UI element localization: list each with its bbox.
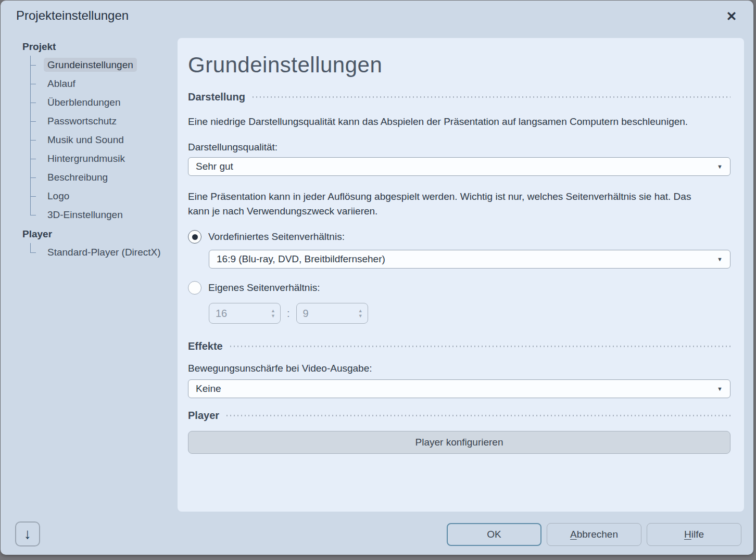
section-effekte-label: Effekte [188,340,223,352]
sidebar-item-logo[interactable]: Logo [30,187,178,206]
sidebar-group-player: Player [22,225,178,243]
sidebar-item-musik-und-sound[interactable]: Musik und Sound [30,131,178,149]
predefined-aspect-radio[interactable] [188,230,201,244]
section-darstellung: Darstellung [188,91,730,103]
quality-dropdown-value: Sehr gut [196,161,233,172]
help-button[interactable]: Hilfe [647,523,741,546]
page-title: Grundeinstellungen [188,53,730,78]
aspect-height-stepper[interactable]: 9 ▲ ▼ [296,303,368,324]
section-player: Player [188,410,730,422]
settings-nav-sidebar: Projekt Grundeinstellungen Ablauf Überbl… [1,38,178,508]
section-divider [226,415,730,416]
section-darstellung-label: Darstellung [188,91,245,103]
sidebar-item-grundeinstellungen[interactable]: Grundeinstellungen [30,56,178,74]
motion-blur-dropdown[interactable]: Keine ▼ [188,379,730,398]
dialog-action-buttons: OK Abbrechen Hilfe [447,523,741,546]
down-arrow-icon: ↓ [24,526,31,542]
aspect-intro-text: Eine Präsentation kann in jeder Auflösun… [188,189,714,219]
section-divider [230,346,730,347]
section-player-label: Player [188,410,219,422]
section-effekte: Effekte [188,340,730,352]
title-bar: Projekteinstellungen ✕ [1,1,753,34]
sidebar-item-beschreibung[interactable]: Beschreibung [30,168,178,187]
collapse-dialog-button[interactable]: ↓ [15,521,40,546]
window-title: Projekteinstellungen [16,8,129,23]
section-divider [253,96,730,98]
custom-aspect-radio-row[interactable]: Eigenes Seitenverhältnis: [188,281,730,295]
chevron-down-icon: ▼ [717,257,723,262]
custom-aspect-label: Eigenes Seitenverhältnis: [208,282,320,294]
sidebar-item-ueberblendungen[interactable]: Überblendungen [30,93,178,112]
player-tree: Standard-Player (DirectX) [30,243,178,262]
sidebar-item-3d-einstellungen[interactable]: 3D-Einstellungen [30,206,178,224]
chevron-down-icon: ▼ [717,164,723,170]
sidebar-item-standard-player[interactable]: Standard-Player (DirectX) [30,243,178,262]
motion-blur-label: Bewegungsunschärfe bei Video-Ausgabe: [188,363,730,374]
stepper-down-icon[interactable]: ▼ [271,314,275,319]
aspect-width-value: 16 [216,308,227,320]
close-icon[interactable]: ✕ [723,8,740,24]
predefined-aspect-radio-row[interactable]: Vordefiniertes Seitenverhältnis: [188,230,730,244]
predefined-aspect-value: 16:9 (Blu-ray, DVD, Breitbildfernseher) [217,253,385,265]
custom-aspect-radio[interactable] [188,281,201,295]
quality-intro-text: Eine niedrige Darstellungsqualität kann … [188,114,714,129]
chevron-down-icon: ▼ [717,386,723,392]
configure-player-button[interactable]: Player konfigurieren [188,431,730,454]
stepper-up-icon[interactable]: ▲ [358,309,363,313]
cancel-button[interactable]: Abbrechen [547,523,641,546]
sidebar-item-passwortschutz[interactable]: Passwortschutz [30,112,178,131]
quality-dropdown[interactable]: Sehr gut ▼ [188,157,730,176]
desktop-backdrop: Projekteinstellungen ✕ Projekt Grundeins… [0,0,756,560]
stepper-arrows[interactable]: ▲ ▼ [271,309,275,319]
stepper-arrows[interactable]: ▲ ▼ [358,309,363,319]
custom-aspect-inputs: 16 ▲ ▼ : 9 ▲ ▼ [209,303,730,324]
aspect-width-stepper[interactable]: 16 ▲ ▼ [209,303,281,324]
settings-content-panel: Grundeinstellungen Darstellung Eine nied… [178,38,744,512]
ok-button[interactable]: OK [447,523,541,546]
stepper-down-icon[interactable]: ▼ [358,314,363,319]
project-settings-dialog: Projekteinstellungen ✕ Projekt Grundeins… [1,1,753,555]
predefined-aspect-label: Vordefiniertes Seitenverhältnis: [208,231,345,243]
quality-label: Darstellungsqualität: [188,142,730,153]
projekt-tree: Grundeinstellungen Ablauf Überblendungen… [30,56,178,224]
predefined-aspect-dropdown[interactable]: 16:9 (Blu-ray, DVD, Breitbildfernseher) … [209,250,730,269]
sidebar-item-ablauf[interactable]: Ablauf [30,74,178,93]
sidebar-item-hintergrundmusik[interactable]: Hintergrundmusik [30,149,178,168]
motion-blur-value: Keine [196,383,221,394]
aspect-height-value: 9 [303,308,309,320]
sidebar-group-projekt: Projekt [22,38,178,56]
ratio-separator: : [287,308,290,320]
stepper-up-icon[interactable]: ▲ [271,309,275,313]
